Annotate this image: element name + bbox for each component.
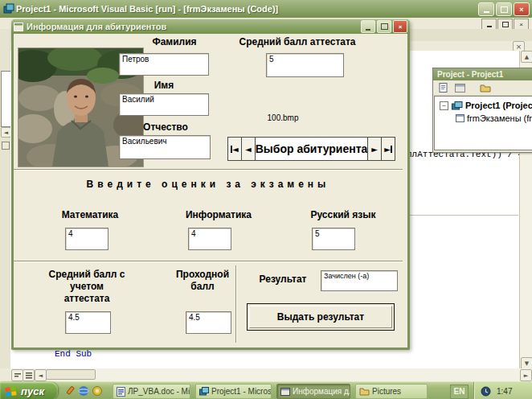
navigator-next-button[interactable]: ► xyxy=(367,138,381,160)
form-minimize-button[interactable] xyxy=(361,20,375,33)
scroll-down-button[interactable]: ▼ xyxy=(521,357,532,369)
surname-field[interactable]: Петров xyxy=(119,53,209,76)
procedure-view-button[interactable] xyxy=(11,369,23,381)
patronymic-label: Отчество xyxy=(119,121,212,133)
quick-launch-icon-1[interactable] xyxy=(64,385,76,397)
russian-field[interactable]: 5 xyxy=(312,228,355,250)
start-button[interactable]: пуск xyxy=(0,382,58,399)
mdi-restore-icon xyxy=(502,22,509,27)
mdi-close-icon: × xyxy=(519,21,523,28)
form-close-button[interactable]: × xyxy=(393,20,407,33)
procedure-separator xyxy=(407,215,518,216)
vb-app-icon xyxy=(199,387,209,396)
form-titlebar[interactable]: Информация для абитуриентов × xyxy=(11,19,410,34)
math-label: Математика xyxy=(38,209,142,220)
show-result-button-label: Выдать результат xyxy=(277,311,364,323)
close-icon: × xyxy=(519,6,523,14)
minimize-icon xyxy=(484,9,489,13)
math-field[interactable]: 4 xyxy=(65,228,108,250)
section-divider-2 xyxy=(14,261,403,262)
project-explorer-panel: Project - Project1 xyxy=(432,68,532,153)
main-window-title: Project1 - Microsoft Visual Basic [run] … xyxy=(16,4,278,14)
navigator-prev-button[interactable]: ◄ xyxy=(242,138,256,160)
taskbar-button-word[interactable]: ЛР_VBA.doc - Micros... xyxy=(113,384,190,399)
taskbar-button-form[interactable]: Информация для аб... xyxy=(276,384,350,399)
tree-item-form[interactable]: frmЭкзамены (frmЭкзаме xyxy=(456,113,532,123)
form-title: Информация для абитуриентов xyxy=(27,22,359,31)
project-panel-toolbar xyxy=(433,80,532,96)
surname-label: Фамилия xyxy=(118,36,231,47)
project-panel-title[interactable]: Project - Project1 xyxy=(433,68,532,80)
first-name-field[interactable]: Василий xyxy=(119,93,209,116)
system-tray: 1:47 xyxy=(473,382,532,399)
show-result-button[interactable]: Выдать результат xyxy=(247,303,395,331)
quick-launch-icon-3[interactable] xyxy=(92,385,103,397)
avg-total-label-line2: аттестата xyxy=(64,293,110,304)
navigator-last-button[interactable]: ► xyxy=(381,138,395,160)
docked-panel-sliver: ◄ xyxy=(0,29,11,368)
mdi-child-controls: × xyxy=(481,19,529,30)
arrow-left-icon: ◄ xyxy=(4,130,8,136)
russian-label: Русский язык xyxy=(291,209,395,220)
form-window-icon xyxy=(14,23,23,31)
mdi-close-button[interactable]: × xyxy=(514,19,529,30)
result-field[interactable]: Зачислен (-а) xyxy=(321,270,398,291)
main-window-controls: × xyxy=(477,2,530,16)
avg-cert-field[interactable]: 5 xyxy=(266,53,344,77)
passing-field[interactable]: 4.5 xyxy=(186,311,231,334)
view-object-button[interactable] xyxy=(453,82,467,93)
tree-item-project[interactable]: – Project1 (Project1) xyxy=(440,101,532,110)
close-button[interactable]: × xyxy=(514,2,530,16)
horizontal-scrollbar[interactable]: ◄ ► xyxy=(10,368,532,381)
folder-icon xyxy=(359,387,370,396)
mdi-restore-button[interactable] xyxy=(497,19,513,30)
scroll-right-button[interactable]: ► xyxy=(520,369,532,381)
view-code-button[interactable] xyxy=(436,82,450,93)
passing-label-line1: Проходной xyxy=(176,269,229,280)
taskbar-button-pictures[interactable]: Pictures xyxy=(355,384,428,399)
taskbar-button-label: Информация для аб... xyxy=(293,387,350,396)
close-icon: × xyxy=(399,23,403,31)
taskbar-button-vb[interactable]: Project1 - Microsoft V... xyxy=(195,384,272,399)
full-module-view-icon xyxy=(26,372,32,379)
scroll-thumb[interactable] xyxy=(46,369,96,380)
tray-clock-icon[interactable] xyxy=(481,386,491,397)
scroll-up-button[interactable]: ▲ xyxy=(521,51,532,63)
restore-icon xyxy=(501,6,508,13)
mdi-minimize-icon xyxy=(487,23,492,27)
language-indicator[interactable]: EN xyxy=(450,385,469,399)
informatics-field[interactable]: 4 xyxy=(188,228,231,250)
navigator-first-button[interactable]: ◄ xyxy=(228,138,242,160)
restore-button[interactable] xyxy=(496,2,512,16)
avg-total-field[interactable]: 4.5 xyxy=(65,311,111,334)
tree-expander-icon[interactable]: – xyxy=(440,101,448,110)
navigator-caption: Выбор абитуриента xyxy=(256,138,368,160)
word-doc-icon xyxy=(117,387,125,397)
applicant-navigator: ◄ ◄ Выбор абитуриента ► ► xyxy=(227,137,395,161)
form-maximize-button[interactable] xyxy=(377,20,391,33)
applicant-form-window: Информация для абитуриентов × xyxy=(11,19,410,350)
arrow-left-icon: ◄ xyxy=(245,145,252,154)
scroll-left-button[interactable]: ◄ xyxy=(35,369,47,381)
form-item-label: frmЭкзамены (frmЭкзаме xyxy=(467,113,532,123)
first-name-label: Имя xyxy=(119,80,209,91)
minimize-button[interactable] xyxy=(478,2,494,16)
section-divider-1 xyxy=(14,169,403,171)
arrow-up-icon: ▲ xyxy=(525,54,529,60)
passing-label: Проходной балл xyxy=(166,269,239,293)
start-label: пуск xyxy=(21,385,44,397)
taskbar-button-label: Pictures xyxy=(372,387,401,396)
toggle-folders-button[interactable] xyxy=(478,82,492,93)
windows-logo-icon xyxy=(5,385,18,397)
patronymic-field[interactable]: Васильевич xyxy=(119,135,211,159)
mdi-minimize-button[interactable] xyxy=(481,19,497,30)
internet-explorer-icon[interactable] xyxy=(78,385,89,397)
informatics-label: Информатика xyxy=(166,209,271,220)
vb-app-icon xyxy=(3,3,14,14)
full-module-view-button[interactable] xyxy=(23,369,35,381)
form-client-area: Фамилия Петров Средний балл аттестата 5 … xyxy=(14,34,403,345)
taskbar-button-label: Project1 - Microsoft V... xyxy=(211,387,272,396)
form-icon xyxy=(456,114,464,122)
view-object-icon xyxy=(455,84,465,93)
clock: 1:47 xyxy=(497,387,512,396)
